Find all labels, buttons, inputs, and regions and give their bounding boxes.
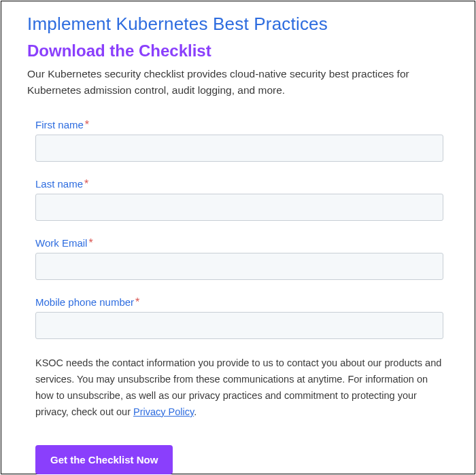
disclaimer-before: KSOC needs the contact information you p… [35,357,441,417]
privacy-policy-link[interactable]: Privacy Policy [133,406,194,417]
page-title: Implement Kubernetes Best Practices [27,14,449,35]
first-name-label: First name [35,119,84,130]
required-marker: * [88,237,92,249]
work-email-input[interactable] [35,253,443,280]
work-email-label: Work Email [35,237,87,249]
form-area: First name* Last name* Work Email* Mobil… [27,119,449,474]
last-name-input[interactable] [35,194,443,221]
intro-text: Our Kubernetes security checklist provid… [27,66,449,99]
disclaimer-after: . [194,406,197,417]
page-subtitle: Download the Checklist [27,41,449,60]
mobile-phone-input[interactable] [35,312,443,339]
form-card: Implement Kubernetes Best Practices Down… [1,1,475,474]
work-email-field: Work Email* [35,237,443,280]
submit-button[interactable]: Get the Checklist Now [35,445,173,474]
mobile-phone-label: Mobile phone number [35,296,134,308]
required-marker: * [85,119,89,130]
mobile-phone-field: Mobile phone number* [35,296,443,339]
required-marker: * [135,296,139,308]
first-name-input[interactable] [35,135,443,162]
required-marker: * [84,178,88,190]
last-name-label: Last name [35,178,83,190]
first-name-field: First name* [35,119,443,162]
disclaimer-text: KSOC needs the contact information you p… [35,355,443,421]
last-name-field: Last name* [35,178,443,221]
